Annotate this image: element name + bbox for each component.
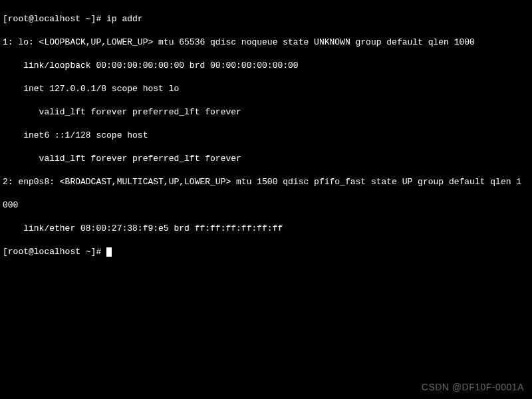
- output-line: valid_lft forever preferred_lft forever: [3, 106, 529, 118]
- cursor-icon: [106, 247, 112, 257]
- output-line: link/ether 08:00:27:38:f9:e5 brd ff:ff:f…: [3, 223, 529, 235]
- output-line: 1: lo: <LOOPBACK,UP,LOWER_UP> mtu 65536 …: [3, 37, 529, 49]
- output-line: inet 127.0.0.1/8 scope host lo: [3, 83, 529, 95]
- shell-prompt: [root@localhost ~]#: [3, 247, 106, 257]
- output-line: 000: [3, 200, 529, 211]
- output-line: valid_lft forever preferred_lft forever: [3, 153, 529, 165]
- watermark-text: CSDN @DF10F-0001A: [422, 381, 524, 394]
- terminal-output[interactable]: [root@localhost ~]# ip addr 1: lo: <LOOP…: [0, 0, 532, 271]
- shell-prompt: [root@localhost ~]#: [3, 14, 106, 24]
- output-line: inet6 ::1/128 scope host: [3, 130, 529, 142]
- output-line: 2: enp0s8: <BROADCAST,MULTICAST,UP,LOWER…: [3, 176, 529, 188]
- output-line: link/loopback 00:00:00:00:00:00 brd 00:0…: [3, 60, 529, 72]
- command-text: ip addr: [106, 14, 143, 24]
